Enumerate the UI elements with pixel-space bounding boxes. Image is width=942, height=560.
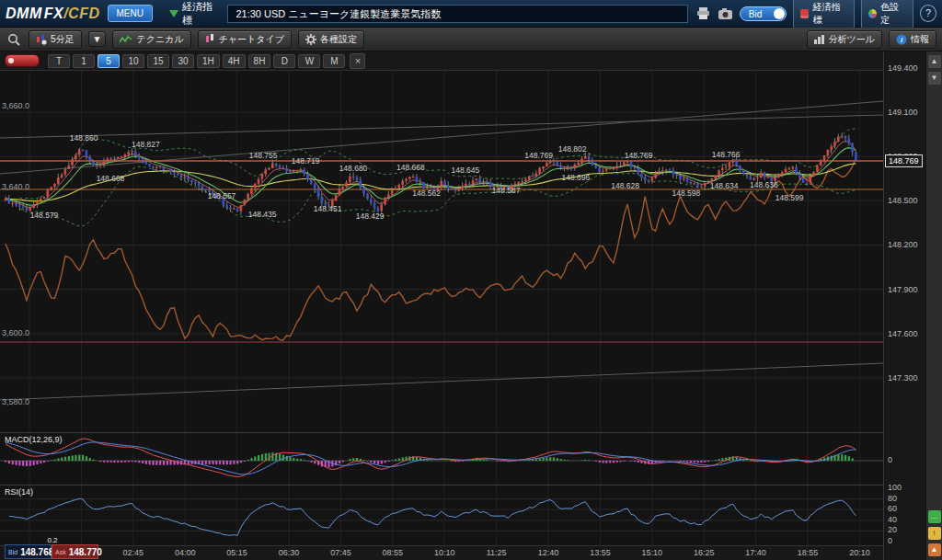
tab-T[interactable]: T bbox=[48, 54, 70, 68]
analysis-tools-button[interactable]: 分析ツール bbox=[807, 30, 882, 49]
tab-D[interactable]: D bbox=[273, 54, 295, 68]
rsi-label: RSI(14) bbox=[5, 487, 33, 497]
time-label: 11:25 bbox=[487, 548, 507, 557]
toggle-knob bbox=[774, 8, 785, 19]
tab-5[interactable]: 5 bbox=[98, 54, 120, 68]
economic-calendar-button[interactable]: 経済指標 bbox=[793, 0, 855, 29]
camera-icon[interactable] bbox=[718, 6, 733, 21]
svg-text:148.587: 148.587 bbox=[492, 186, 521, 195]
bar-chart-icon bbox=[814, 35, 825, 44]
rsi-tick: 0 bbox=[888, 536, 892, 545]
svg-text:148.755: 148.755 bbox=[249, 151, 278, 160]
svg-text:3,580.0: 3,580.0 bbox=[2, 397, 29, 406]
technical-button[interactable]: テクニカル bbox=[112, 30, 190, 49]
close-tab-icon[interactable]: × bbox=[350, 53, 365, 69]
svg-text:148.645: 148.645 bbox=[452, 166, 480, 175]
tab-W[interactable]: W bbox=[298, 54, 320, 68]
ask-quote: Ask 148.770 bbox=[52, 544, 98, 559]
scroll-up-icon[interactable]: ▲ bbox=[928, 55, 941, 68]
tab-1H[interactable]: 1H bbox=[197, 54, 220, 68]
calendar-icon bbox=[800, 9, 809, 18]
svg-text:3,640.0: 3,640.0 bbox=[2, 182, 29, 191]
chart-type-icon bbox=[205, 34, 215, 44]
timeframe-dropdown[interactable]: ▼ bbox=[88, 31, 107, 47]
svg-text:148.599: 148.599 bbox=[775, 193, 804, 202]
spread-value: 0.2 bbox=[5, 536, 100, 544]
trading-app: DMM FX /CFD MENU 経済指標 21:30 USD ニューヨーク連銀… bbox=[0, 0, 942, 560]
tab-30[interactable]: 30 bbox=[172, 54, 194, 68]
svg-text:148.429: 148.429 bbox=[356, 211, 385, 221]
timeframe-button[interactable]: 5分足 bbox=[29, 30, 82, 49]
campaign-icon[interactable]: ! bbox=[928, 527, 941, 540]
time-label: 15:10 bbox=[642, 548, 663, 557]
macd-panel[interactable]: MACD(12,26,9) bbox=[0, 432, 883, 485]
time-label: 13:55 bbox=[590, 548, 611, 557]
chart-type-button[interactable]: チャートタイプ bbox=[198, 30, 292, 49]
tab-8H[interactable]: 8H bbox=[248, 54, 271, 68]
help-button[interactable]: ? bbox=[920, 5, 936, 22]
macd-chart bbox=[0, 433, 883, 485]
header-bar: DMM FX /CFD MENU 経済指標 21:30 USD ニューヨーク連銀… bbox=[0, 0, 942, 28]
menu-button[interactable]: MENU bbox=[108, 5, 153, 22]
gear-icon bbox=[305, 34, 316, 45]
ask-value: 148.770 bbox=[69, 547, 102, 557]
svg-text:148.766: 148.766 bbox=[712, 150, 741, 159]
svg-text:148.696: 148.696 bbox=[562, 173, 591, 182]
svg-text:148.802: 148.802 bbox=[558, 144, 587, 154]
zoom-search-icon[interactable] bbox=[6, 32, 22, 47]
tab-M[interactable]: M bbox=[323, 54, 345, 68]
chart-handle-icon[interactable] bbox=[5, 54, 40, 67]
price-tick: 149.100 bbox=[888, 108, 918, 117]
svg-text:148.451: 148.451 bbox=[314, 204, 342, 213]
ask-label: Ask bbox=[55, 549, 66, 555]
svg-text:148.860: 148.860 bbox=[70, 133, 98, 143]
time-label: 06:30 bbox=[279, 548, 300, 557]
svg-text:148.827: 148.827 bbox=[132, 140, 160, 149]
page-top-icon[interactable]: ▲ bbox=[928, 543, 941, 556]
logo-dmm: DMM bbox=[6, 6, 42, 22]
time-label: 18:55 bbox=[798, 548, 819, 557]
svg-text:148.769: 148.769 bbox=[625, 151, 653, 160]
time-label: 12:40 bbox=[538, 548, 559, 557]
tab-4H[interactable]: 4H bbox=[223, 54, 246, 68]
svg-text:148.562: 148.562 bbox=[412, 189, 441, 198]
chart-toolbar: 5分足 ▼ テクニカル チャートタイプ 各種設定 分析ツール i 情報 bbox=[0, 28, 942, 51]
print-icon[interactable] bbox=[695, 6, 711, 21]
wave-icon bbox=[120, 35, 132, 44]
settings-button[interactable]: 各種設定 bbox=[298, 30, 364, 49]
macd-label: MACD(12,26,9) bbox=[5, 435, 63, 444]
svg-text:148.668: 148.668 bbox=[97, 174, 125, 183]
logo-cfd: /CFD bbox=[63, 6, 99, 22]
price-tick: 147.300 bbox=[888, 373, 918, 383]
time-label: 17:40 bbox=[745, 548, 766, 557]
price-axis[interactable]: 148.769 149.400149.100148.800148.500148.… bbox=[883, 51, 925, 560]
info-button[interactable]: i 情報 bbox=[889, 30, 936, 49]
svg-text:3,600.0: 3,600.0 bbox=[2, 328, 29, 337]
time-label: 08:55 bbox=[383, 548, 404, 557]
candle-clock-icon bbox=[36, 34, 47, 45]
time-axis: 00:1501:3002:4504:0005:1506:3007:4508:55… bbox=[0, 545, 883, 560]
tab-10[interactable]: 10 bbox=[122, 54, 144, 68]
tab-1[interactable]: 1 bbox=[73, 54, 95, 68]
current-price-tag: 148.769 bbox=[885, 154, 923, 167]
time-label: 04:00 bbox=[175, 548, 196, 557]
support-chat-icon[interactable]: … bbox=[928, 510, 941, 523]
bid-ask-toggle[interactable]: Bid bbox=[740, 6, 787, 21]
app-logo: DMM FX /CFD bbox=[6, 6, 100, 22]
color-settings-button[interactable]: 色設定 bbox=[861, 0, 913, 29]
rsi-panel[interactable]: RSI(14) bbox=[0, 485, 883, 545]
price-tick: 148.200 bbox=[888, 240, 918, 249]
candlestick-chart[interactable]: 148.579148.860148.668148.827148.557148.7… bbox=[0, 71, 883, 432]
news-ticker[interactable]: 21:30 USD ニューヨーク連銀製造業景気指数 bbox=[227, 5, 688, 23]
tab-15[interactable]: 15 bbox=[147, 54, 169, 68]
rsi-tick: 100 bbox=[888, 483, 902, 492]
toolbar-right: 分析ツール i 情報 bbox=[807, 30, 936, 49]
economic-indicator-flag[interactable]: 経済指標 bbox=[169, 0, 220, 28]
scroll-down-icon[interactable]: ▼ bbox=[928, 72, 941, 85]
palette-icon bbox=[868, 9, 877, 18]
side-tool-strip: ▲ ▼ … ! ▲ bbox=[925, 51, 942, 560]
price-tick: 147.600 bbox=[888, 329, 918, 338]
svg-text:148.636: 148.636 bbox=[750, 180, 778, 189]
price-tick: 148.500 bbox=[888, 196, 918, 205]
svg-text:148.435: 148.435 bbox=[248, 210, 277, 219]
